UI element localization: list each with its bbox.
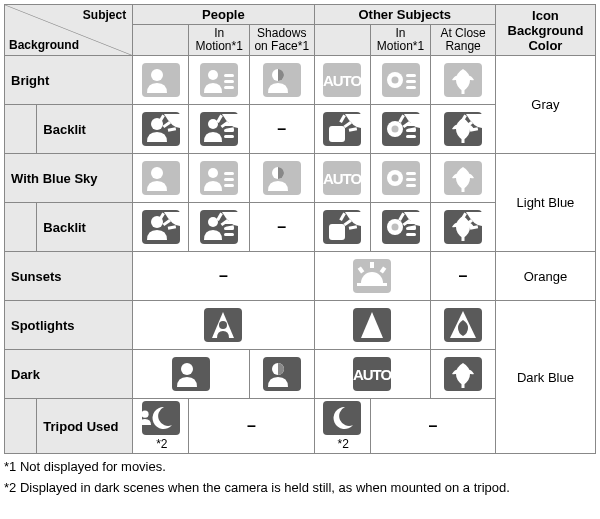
- icon-cell: [314, 203, 370, 252]
- dash-cell: –: [189, 399, 314, 454]
- moon-person-icon: [142, 401, 180, 435]
- flower-icon: [444, 161, 482, 195]
- subject-motion-icon: [382, 161, 420, 195]
- icon-cell: [189, 105, 249, 154]
- icon-cell: [431, 105, 496, 154]
- flower-backlit-icon: [444, 112, 482, 146]
- icon-cell: [370, 154, 430, 203]
- icon-cell: [249, 154, 314, 203]
- icon-cell: [314, 252, 431, 301]
- icon-cell: [431, 56, 496, 105]
- auto-icon: [323, 63, 361, 97]
- person-shadow-icon: [263, 63, 301, 97]
- icon-cell: [189, 56, 249, 105]
- dash-cell: –: [370, 399, 495, 454]
- header-color: Icon Background Color: [495, 5, 595, 56]
- subject-motion-backlit-icon: [382, 112, 420, 146]
- dash-cell: –: [133, 252, 314, 301]
- icon-cell: *2: [133, 399, 189, 454]
- person-icon: [142, 63, 180, 97]
- row-bright-backlit: Backlit: [37, 105, 133, 154]
- header-diagonal: Subject Background: [5, 5, 133, 56]
- flower-backlit-icon: [444, 210, 482, 244]
- icon-cell: [314, 154, 370, 203]
- footnote-ref: *2: [338, 437, 349, 451]
- person-motion-icon: [200, 63, 238, 97]
- person-shadow-icon: [263, 161, 301, 195]
- icon-cell: [189, 203, 249, 252]
- icon-cell: [370, 203, 430, 252]
- icon-cell: [133, 154, 189, 203]
- indent: [5, 203, 37, 252]
- icon-cell: [370, 56, 430, 105]
- dash-cell: –: [431, 252, 496, 301]
- auto-icon: [353, 357, 391, 391]
- icon-cell: [133, 56, 189, 105]
- icon-cell: [189, 154, 249, 203]
- subject-backlit-icon: [323, 210, 361, 244]
- indent: [5, 105, 37, 154]
- row-spotlights: Spotlights: [5, 301, 133, 350]
- icon-cell: [314, 301, 431, 350]
- header-other: Other Subjects: [314, 5, 495, 25]
- icon-cell: [133, 301, 314, 350]
- icon-cell: [370, 105, 430, 154]
- row-tripod: Tripod Used: [37, 399, 133, 454]
- person-icon: [142, 161, 180, 195]
- color-gray: Gray: [495, 56, 595, 154]
- dash-cell: –: [249, 105, 314, 154]
- flower-icon: [444, 63, 482, 97]
- header-subject: Subject: [83, 8, 126, 22]
- footnote-ref: *2: [156, 437, 167, 451]
- icon-cell: [249, 56, 314, 105]
- icon-cell: [133, 105, 189, 154]
- icon-cell: [431, 154, 496, 203]
- person-backlit-icon: [142, 112, 180, 146]
- row-sunsets: Sunsets: [5, 252, 133, 301]
- row-bright: Bright: [5, 56, 133, 105]
- footnote-2: *2 Displayed in dark scenes when the cam…: [4, 479, 600, 497]
- spotlight-person-icon: [204, 308, 242, 342]
- row-bluesky: With Blue Sky: [5, 154, 133, 203]
- auto-icon: [323, 161, 361, 195]
- color-orange: Orange: [495, 252, 595, 301]
- icon-cell: [314, 105, 370, 154]
- header-other-motion: In Motion*1: [370, 25, 430, 56]
- person-backlit-icon: [142, 210, 180, 244]
- header-other-close: At Close Range: [431, 25, 496, 56]
- header-background: Background: [9, 38, 79, 52]
- moon-icon: [323, 401, 361, 435]
- icon-cell: [314, 350, 431, 399]
- header-other-default: [314, 25, 370, 56]
- header-people-shadows: Shadows on Face*1: [249, 25, 314, 56]
- color-darkblue: Dark Blue: [495, 301, 595, 454]
- icon-cell: [133, 203, 189, 252]
- icon-cell: [314, 56, 370, 105]
- header-people-motion: In Motion*1: [189, 25, 249, 56]
- scene-icon-table: Subject Background People Other Subjects…: [4, 4, 596, 454]
- person-icon: [172, 357, 210, 391]
- person-motion-backlit-icon: [200, 210, 238, 244]
- icon-cell: [431, 301, 496, 350]
- footnote-1: *1 Not displayed for movies.: [4, 458, 600, 476]
- color-lightblue: Light Blue: [495, 154, 595, 252]
- icon-cell: [431, 350, 496, 399]
- person-shadow-icon: [263, 357, 301, 391]
- spotlight-flower-icon: [444, 308, 482, 342]
- header-people-default: [133, 25, 189, 56]
- icon-cell: [133, 350, 250, 399]
- subject-backlit-icon: [323, 112, 361, 146]
- indent: [5, 399, 37, 454]
- subject-motion-backlit-icon: [382, 210, 420, 244]
- row-dark: Dark: [5, 350, 133, 399]
- icon-cell: [249, 350, 314, 399]
- icon-cell: [431, 203, 496, 252]
- icon-cell: *2: [314, 399, 370, 454]
- row-bluesky-backlit: Backlit: [37, 203, 133, 252]
- header-people: People: [133, 5, 314, 25]
- spotlight-icon: [353, 308, 391, 342]
- person-motion-backlit-icon: [200, 112, 238, 146]
- person-motion-icon: [200, 161, 238, 195]
- sunset-icon: [353, 259, 391, 293]
- flower-icon: [444, 357, 482, 391]
